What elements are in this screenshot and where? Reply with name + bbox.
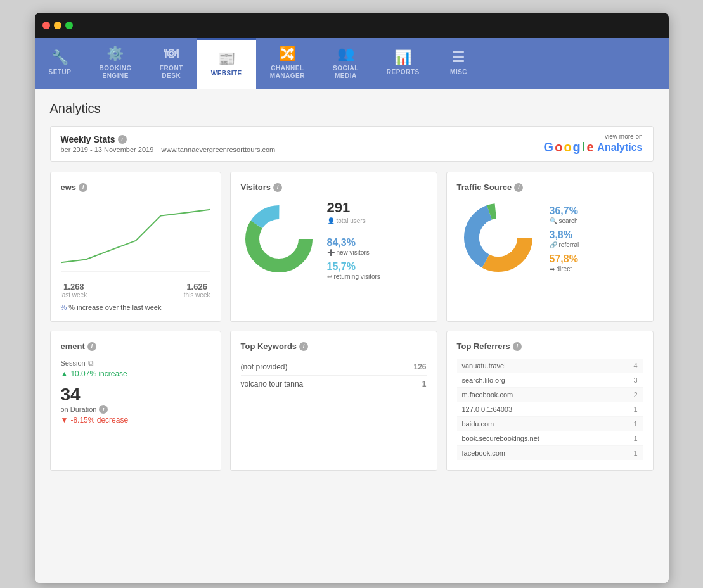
keywords-card: Top Keywords i (not provided)126volcano … [230, 331, 437, 471]
referrer-count: 1 [633, 435, 637, 442]
referrer-name: 127.0.0.1:64003 [462, 406, 513, 413]
traffic-source-card: Traffic Source i [446, 172, 654, 322]
cards-row-2: ement i Session ⧉ ▲ 10.07% increase 34 [50, 331, 654, 471]
channel-manager-icon: 🔀 [279, 47, 297, 61]
increase-text: % % increase over the last week [61, 304, 210, 311]
visitors-info-icon: i [273, 183, 282, 192]
reports-icon: 📊 [394, 51, 412, 65]
social-media-icon: 👥 [337, 47, 355, 61]
last-week-label: 1.268 last week [61, 282, 87, 298]
google-analytics-link[interactable]: view more on Google Analytics [544, 133, 643, 155]
setup-icon: 🔧 [51, 51, 69, 65]
nav-misc[interactable]: ☰ MISC [434, 38, 484, 89]
nav-setup-label: SETUP [49, 68, 72, 76]
keywords-info-icon: i [299, 342, 308, 351]
nav-channel-label: CHANNELMANAGER [270, 65, 305, 80]
session-stat: Session ⧉ ▲ 10.07% increase [61, 359, 210, 378]
nav-social-media[interactable]: 👥 SOCIALMEDIA [319, 38, 373, 89]
visitors-donut-section: 291 👤 total users 84,3% ➕ new visitors [241, 200, 427, 280]
keyword-count: 1 [422, 380, 427, 388]
pageviews-chart [61, 200, 210, 276]
duration-info-icon: i [99, 405, 108, 414]
duration-label: on Duration i [61, 405, 210, 414]
keyword-count: 126 [413, 362, 426, 371]
booking-engine-icon: ⚙️ [106, 47, 124, 61]
referrer-row: facebook.com1 [457, 446, 643, 460]
traffic-title: Traffic Source i [457, 182, 643, 192]
nav-reports-label: REPORTS [387, 68, 420, 76]
nav-social-label: SOCIALMEDIA [333, 65, 359, 80]
visitors-title: Visitors i [241, 182, 427, 192]
referrer-name: vanuatu.travel [462, 362, 506, 369]
referrer-row: m.facebook.com2 [457, 388, 643, 402]
main-content: Analytics Weekly Stats i ber 2019 - 13 N… [35, 89, 669, 583]
referrer-row: baidu.com1 [457, 417, 643, 431]
session-change: ▲ 10.07% increase [61, 369, 210, 378]
nav-website[interactable]: 📰 WEBSITE [197, 38, 256, 89]
returning-visitors-legend: 15,7% ↩ returning visitors [327, 261, 380, 280]
keyword-row: (not provided)126 [241, 359, 427, 376]
referrers-list: vanuatu.travel4search.lilo.org3m.faceboo… [457, 359, 643, 460]
referrers-info-icon: i [513, 342, 522, 351]
referrers-card: Top Referrers i vanuatu.travel4search.li… [446, 331, 654, 471]
page-title: Analytics [50, 101, 654, 116]
keywords-list: (not provided)126volcano tour tanna1 [241, 359, 427, 392]
maximize-dot [65, 22, 73, 29]
referrer-row: 127.0.0.1:640031 [457, 402, 643, 417]
minimize-dot [54, 22, 61, 29]
visitors-legend: 291 👤 total users 84,3% ➕ new visitors [327, 200, 380, 280]
referrer-count: 1 [633, 449, 637, 457]
referrer-name: facebook.com [462, 449, 505, 457]
referrer-count: 3 [633, 376, 637, 384]
referrer-count: 2 [633, 391, 637, 399]
close-dot [42, 22, 50, 29]
nav-setup[interactable]: 🔧 SETUP [35, 38, 86, 89]
section-title: Weekly Stats i [61, 134, 276, 144]
svg-point-7 [479, 219, 517, 257]
pageviews-card: ews i 1.268 last week 1.626 [50, 172, 221, 322]
keyword-row: volcano tour tanna1 [241, 376, 427, 392]
chart-labels: 1.268 last week 1.626 this week [61, 282, 210, 298]
traffic-donut-section: 36,7% 🔍 search 3,8% 🔗 referral [457, 200, 643, 278]
engagement-card: ement i Session ⧉ ▲ 10.07% increase 34 [50, 331, 221, 471]
keyword-name: (not provided) [241, 362, 288, 371]
cards-row-1: ews i 1.268 last week 1.626 [50, 172, 654, 322]
nav-reports[interactable]: 📊 REPORTS [373, 38, 434, 89]
referrer-name: search.lilo.org [462, 376, 505, 384]
visitors-donut [241, 201, 317, 279]
referrer-row: vanuatu.travel4 [457, 359, 643, 373]
traffic-legend: 36,7% 🔍 search 3,8% 🔗 referral [550, 205, 579, 272]
svg-point-3 [260, 220, 298, 258]
duration-stat: 34 on Duration i ▼ -8.15% decrease [61, 385, 210, 425]
date-range: ber 2019 - 13 November 2019 www.tannaeve… [61, 146, 276, 153]
nav-channel-manager[interactable]: 🔀 CHANNELMANAGER [256, 38, 319, 89]
google-analytics-logo: Google Analytics [544, 140, 643, 155]
referrer-count: 1 [633, 420, 637, 428]
referrer-row: search.lilo.org3 [457, 373, 643, 388]
info-icon: i [118, 135, 127, 144]
engagement-title: ement i [61, 342, 210, 351]
main-nav: 🔧 SETUP ⚙️ BOOKINGENGINE 🍽 FRONTDESK 📰 W… [35, 38, 669, 89]
nav-booking-label: BOOKINGENGINE [100, 65, 132, 80]
pageviews-title: ews i [61, 182, 210, 192]
referrer-count: 1 [633, 406, 637, 413]
weekly-stats-header: Weekly Stats i ber 2019 - 13 November 20… [50, 126, 654, 162]
keyword-name: volcano tour tanna [241, 380, 304, 388]
referrer-name: book.securebookings.net [462, 435, 539, 442]
nav-booking-engine[interactable]: ⚙️ BOOKINGENGINE [86, 38, 146, 89]
header-left: Weekly Stats i ber 2019 - 13 November 20… [61, 134, 276, 153]
referral-legend: 3,8% 🔗 referral [550, 229, 579, 248]
visitors-card: Visitors i [230, 172, 437, 322]
line-chart-svg [61, 200, 210, 276]
engagement-info-icon: i [87, 342, 96, 351]
copy-icon[interactable]: ⧉ [88, 359, 94, 368]
misc-icon: ☰ [452, 51, 465, 65]
pageviews-info-icon: i [79, 183, 87, 192]
browser-bar [35, 13, 669, 38]
nav-front-desk[interactable]: 🍽 FRONTDESK [146, 38, 197, 89]
nav-website-label: WEBSITE [211, 70, 242, 77]
keywords-title: Top Keywords i [241, 342, 427, 351]
website-icon: 📰 [218, 52, 236, 66]
total-users: 291 👤 total users [327, 200, 380, 232]
nav-front-desk-label: FRONTDESK [160, 65, 183, 80]
